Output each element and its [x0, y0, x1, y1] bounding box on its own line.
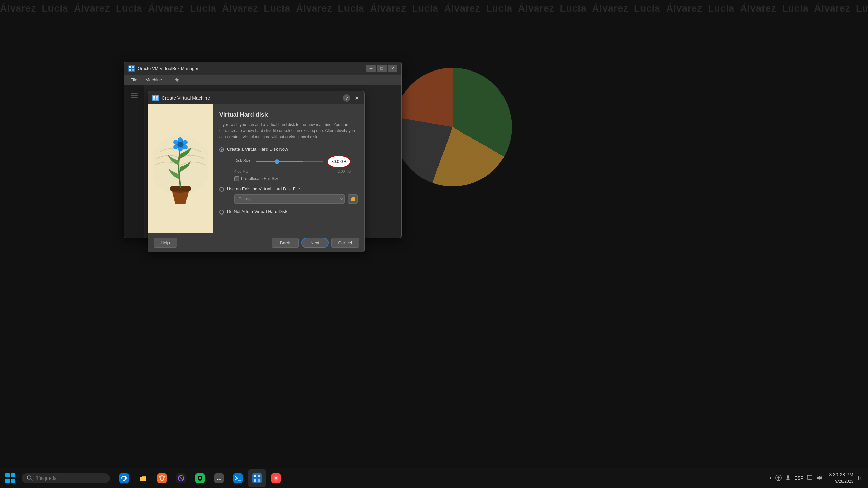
use-existing-radio[interactable]	[219, 187, 224, 192]
taskbar-edge-app[interactable]	[115, 469, 133, 487]
disk-size-section: Disk Size: 30.0 GB 4.00 MB 2.00 TB	[234, 155, 351, 174]
notification-icon[interactable]: ⊡	[857, 474, 863, 482]
disk-size-slider[interactable]	[256, 161, 323, 162]
no-disk-radio[interactable]	[219, 210, 224, 215]
svg-point-23	[178, 142, 183, 147]
taskbar-virtualbox-app[interactable]	[248, 469, 266, 487]
no-disk-label: Do Not Add a Virtual Hard Disk	[227, 209, 287, 214]
svg-point-19	[183, 145, 188, 149]
svg-rect-47	[787, 475, 789, 479]
tray-date-display: 9/28/2023	[829, 479, 853, 484]
dialog-footer: Help Back Next Cancel	[148, 233, 364, 252]
taskbar-app9[interactable]: M	[267, 469, 285, 487]
vscode-icon	[233, 473, 243, 483]
taskbar-search[interactable]	[22, 473, 110, 483]
dialog-title: Create Virtual Machine	[162, 95, 340, 101]
prealloc-checkbox[interactable]	[234, 176, 239, 181]
dialog-illustration	[148, 104, 213, 233]
disk-size-value: 30.0 GB	[327, 155, 351, 168]
start-button[interactable]	[0, 468, 20, 488]
dialog-body: Virtual Hard disk If you wish you can ad…	[148, 104, 364, 233]
vbox-main-area: Create Virtual Machine ? ✕	[124, 85, 401, 238]
create-new-radio[interactable]	[219, 147, 224, 152]
tray-chevron-icon[interactable]: ▲	[769, 476, 772, 480]
svg-point-20	[178, 147, 183, 151]
vhd-browse-button[interactable]	[348, 194, 358, 204]
cancel-button[interactable]: Cancel	[331, 238, 359, 248]
svg-rect-42	[258, 479, 260, 482]
svg-rect-2	[132, 66, 134, 68]
antivirus-icon	[775, 475, 782, 481]
dialog-help-icon-button[interactable]: ?	[343, 94, 350, 102]
help-button[interactable]: Help	[154, 238, 177, 248]
folder-icon	[350, 197, 355, 201]
taskbar-voicemeeter-app[interactable]: VM	[210, 469, 228, 487]
display-icon	[807, 475, 813, 481]
svg-point-18	[183, 140, 188, 145]
tray-time-display: 8:30:28 PM	[829, 472, 853, 479]
search-input[interactable]	[35, 475, 100, 481]
vbox-titlebar: Oracle VM VirtualBox Manager ─ □ ✕	[124, 62, 401, 75]
create-new-label: Create a Virtual Hard Disk Now	[227, 147, 351, 152]
dialog-description: If you wish you can add a virtual hard d…	[219, 122, 358, 140]
taskbar-figma-app[interactable]	[172, 469, 190, 487]
dialog-section-title: Virtual Hard disk	[219, 111, 358, 118]
virtualbox-window: Oracle VM VirtualBox Manager ─ □ ✕ File …	[124, 62, 402, 238]
vbox-window-title: Oracle VM VirtualBox Manager	[138, 66, 363, 71]
svg-rect-40	[258, 475, 260, 477]
svg-rect-26	[119, 473, 129, 483]
svg-point-24	[27, 476, 31, 479]
vbox-minimize-button[interactable]: ─	[366, 65, 376, 72]
next-button[interactable]: Next	[301, 238, 329, 248]
create-vm-dialog: Create Virtual Machine ? ✕	[148, 91, 365, 252]
tray-icons: ▲ ESP	[769, 475, 822, 481]
slider-range: 4.00 MB 2.00 TB	[234, 169, 351, 174]
vbox-close-button[interactable]: ✕	[388, 65, 397, 72]
app9-icon: M	[271, 473, 281, 483]
existing-vhd-row: Empty	[234, 194, 358, 204]
dialog-titlebar: Create Virtual Machine ? ✕	[148, 92, 364, 104]
folder-icon	[138, 473, 148, 483]
svg-rect-41	[254, 479, 256, 482]
use-existing-label: Use an Existing Virtual Hard Disk File	[227, 186, 358, 191]
figma-icon	[176, 473, 186, 483]
svg-rect-4	[132, 69, 134, 71]
vbox-menu-machine[interactable]: Machine	[142, 76, 165, 83]
create-new-option: Create a Virtual Hard Disk Now Disk Size…	[219, 147, 358, 181]
brave-icon	[157, 473, 167, 483]
back-button[interactable]: Back	[272, 238, 299, 248]
taskbar-vscode-app[interactable]	[229, 469, 247, 487]
radio-group: Create a Virtual Hard Disk Now Disk Size…	[219, 147, 358, 215]
svg-rect-3	[129, 69, 131, 71]
slider-max-label: 2.00 TB	[338, 169, 351, 174]
taskbar-tray: ▲ ESP	[769, 472, 863, 484]
use-existing-option: Use an Existing Virtual Hard Disk File E…	[219, 186, 358, 204]
vbox-window-controls: ─ □ ✕	[366, 65, 397, 72]
vhd-dropdown[interactable]: Empty	[234, 194, 345, 204]
app5-icon	[195, 473, 205, 483]
svg-point-22	[173, 140, 178, 145]
svg-line-25	[31, 479, 32, 481]
tray-time[interactable]: 8:30:28 PM 9/28/2023	[829, 472, 853, 484]
volume-icon	[816, 475, 822, 481]
taskbar-explorer-app[interactable]	[134, 469, 152, 487]
no-disk-option: Do Not Add a Virtual Hard Disk	[219, 209, 358, 215]
taskbar: VM M	[0, 468, 868, 488]
edge-icon	[119, 473, 129, 483]
virtualbox-taskbar-icon	[252, 473, 262, 483]
language-indicator[interactable]: ESP	[794, 475, 803, 481]
vbox-menu-help[interactable]: Help	[167, 76, 183, 83]
vbox-maximize-button[interactable]: □	[377, 65, 387, 72]
svg-text:M: M	[275, 477, 277, 481]
svg-text:VM: VM	[217, 478, 221, 481]
taskbar-app5[interactable]	[191, 469, 209, 487]
svg-point-33	[199, 477, 201, 479]
svg-point-17	[178, 137, 183, 142]
dialog-vm-icon	[152, 95, 159, 101]
vbox-menu-file[interactable]: File	[127, 76, 141, 83]
svg-rect-11	[153, 98, 155, 100]
vbox-app-icon	[128, 65, 135, 72]
taskbar-brave-app[interactable]	[153, 469, 171, 487]
svg-rect-12	[156, 98, 158, 100]
dialog-close-button[interactable]: ✕	[353, 94, 360, 102]
